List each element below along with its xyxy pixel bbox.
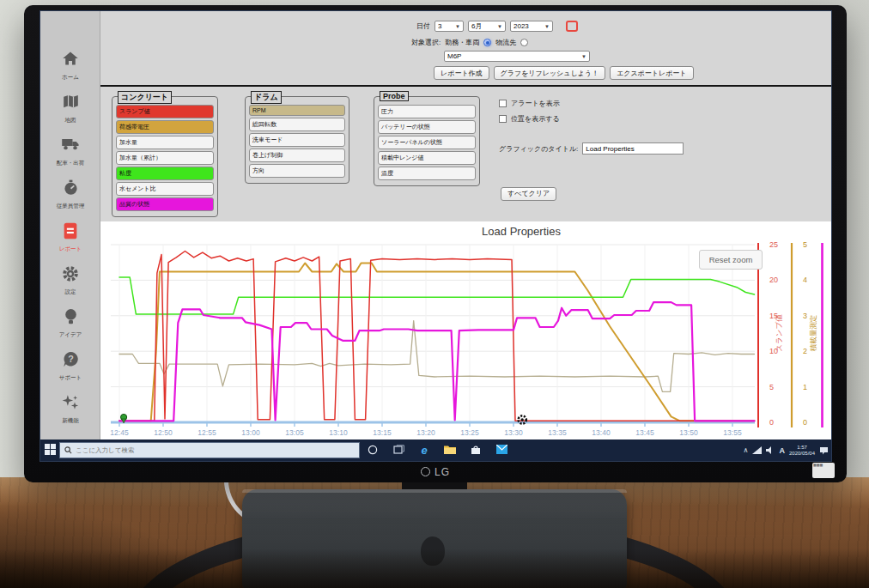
system-tray: ∧ A 1:57 2020/05/04 (744, 439, 829, 461)
svg-text:13:05: 13:05 (285, 428, 304, 437)
parameter-button[interactable]: 水セメント比 (116, 182, 214, 196)
vehicle-select[interactable]: M6P▼ (444, 51, 590, 62)
graph-title-label: グラフィックのタイトル: (499, 144, 578, 154)
filter-radio-selected[interactable] (483, 39, 491, 46)
day-select[interactable]: 3▼ (434, 21, 464, 32)
reset-zoom-button[interactable]: Reset zoom (699, 250, 763, 270)
parameter-button[interactable]: 巻上げ制御 (249, 149, 345, 162)
calendar-icon[interactable] (566, 21, 578, 32)
parameter-button[interactable]: 積載中レンジ値 (378, 151, 476, 165)
panel-title: コンクリート (118, 91, 172, 104)
store-icon[interactable] (463, 445, 489, 457)
svg-text:13:25: 13:25 (460, 428, 479, 437)
photo-scene: ホーム地図配車・出荷従業員管理レポート設定アイデア?サポート新機能 日付 3▼ … (0, 0, 869, 588)
volume-icon[interactable] (766, 446, 775, 454)
filter-label: 対象選択: (411, 38, 441, 47)
parameter-section: コンクリートスランプ値荷感帯電圧加水量加水量（累計）粘度水セメント比品質の状態ド… (100, 88, 831, 221)
taskview-icon[interactable] (386, 445, 411, 457)
parameter-button[interactable]: 洗車モード (249, 133, 345, 147)
parameter-button[interactable]: バッテリーの状態 (378, 120, 476, 134)
checkbox[interactable] (499, 115, 507, 123)
sidebar-item-3[interactable]: 配車・出荷 (40, 136, 100, 176)
monitor-bezel: ホーム地図配車・出荷従業員管理レポート設定アイデア?サポート新機能 日付 3▼ … (24, 5, 847, 482)
svg-text:25: 25 (769, 240, 778, 249)
ime-indicator[interactable]: A (779, 446, 785, 455)
panel-2: ドラムRPM総回転数洗車モード巻上げ制御方向 (245, 96, 349, 184)
sidebar-item-label: 配車・出荷 (40, 160, 100, 167)
svg-text:5: 5 (803, 240, 807, 249)
windows-taskbar: e ∧ A 1:57 2020/05/04 (40, 439, 831, 461)
svg-text:スランプ値: スランプ値 (775, 314, 783, 352)
sidebar-item-2[interactable]: 地図 (40, 94, 100, 133)
search-input[interactable] (76, 446, 333, 454)
edge-icon[interactable]: e (411, 444, 437, 457)
app-main: 日付 3▼ 6月▼ 2023▼ 対象選択: 勤務・車両 物流先 M (100, 11, 831, 439)
sidebar-item-label: レポート (40, 246, 100, 253)
parameter-button[interactable]: ソーラーパネルの状態 (378, 136, 476, 149)
svg-text:13:45: 13:45 (635, 428, 654, 437)
mail-icon[interactable] (489, 445, 514, 456)
parameter-button[interactable]: 加水量（累計） (116, 151, 214, 165)
sidebar-item-8[interactable]: ?サポート (40, 351, 100, 391)
sidebar-item-5[interactable]: レポート (40, 222, 100, 262)
taskbar-search[interactable] (59, 442, 360, 458)
search-icon (64, 446, 72, 454)
sidebar-item-label: 従業員管理 (40, 203, 100, 210)
parameter-button[interactable]: 荷感帯電圧 (116, 120, 214, 134)
svg-text:0: 0 (803, 418, 807, 427)
network-icon[interactable] (752, 446, 762, 454)
month-select[interactable]: 6月▼ (468, 21, 506, 32)
svg-text:13:15: 13:15 (373, 428, 392, 437)
graph-title-input[interactable] (582, 142, 684, 155)
cortana-icon[interactable] (360, 445, 386, 457)
chevron-down-icon: ▼ (455, 24, 460, 29)
monitor-chin: LG (24, 461, 847, 482)
sidebar-item-4[interactable]: 従業員管理 (40, 179, 100, 219)
chevron-down-icon: ▼ (581, 54, 586, 59)
sidebar-item-label: アイデア (40, 331, 100, 339)
parameter-button[interactable]: 圧力 (378, 105, 476, 118)
chevron-down-icon: ▼ (544, 24, 550, 29)
export-report-button[interactable]: エクスポートレポート (610, 66, 694, 80)
parameter-button[interactable]: スランプ値 (116, 105, 214, 118)
sidebar-item-1[interactable]: ホーム (40, 51, 100, 90)
refresh-graph-button[interactable]: グラフをリフレッシュしよう！ (494, 66, 605, 80)
create-report-button[interactable]: レポート作成 (434, 66, 489, 80)
svg-text:2: 2 (803, 347, 807, 355)
option-row: アラートを表示 (499, 99, 684, 108)
sidebar-item-label: 地図 (40, 117, 100, 124)
svg-text:?: ? (68, 354, 74, 364)
bulb-icon (40, 308, 100, 330)
filter-radio-unselected[interactable] (520, 39, 528, 46)
parameter-button[interactable]: 品質の状態 (116, 197, 214, 211)
sidebar-item-label: 設定 (40, 288, 100, 296)
panel-1: コンクリートスランプ値荷感帯電圧加水量加水量（累計）粘度水セメント比品質の状態 (112, 96, 218, 217)
checkbox-label: 位置を表示する (511, 114, 560, 124)
parameter-button[interactable]: 加水量 (116, 136, 214, 149)
start-button[interactable] (40, 443, 59, 458)
parameter-button[interactable]: 粘度 (116, 167, 214, 180)
notification-icon[interactable] (819, 446, 829, 455)
sidebar-item-7[interactable]: アイデア (40, 308, 100, 348)
sparkles-icon (40, 394, 100, 416)
parameter-button[interactable]: 温度 (378, 167, 476, 180)
sidebar-item-9[interactable]: 新機能 (40, 394, 100, 433)
parameter-button[interactable]: 総回転数 (249, 118, 345, 131)
sidebar-item-6[interactable]: 設定 (40, 265, 100, 305)
file-explorer-icon[interactable] (437, 445, 463, 456)
svg-text:20: 20 (769, 276, 778, 284)
top-controls: 日付 3▼ 6月▼ 2023▼ 対象選択: 勤務・車両 物流先 M (100, 11, 831, 87)
svg-text:13:30: 13:30 (504, 428, 523, 437)
tray-chevron-icon[interactable]: ∧ (744, 446, 749, 454)
parameter-button[interactable]: RPM (249, 105, 345, 116)
svg-text:積載量測定: 積載量測定 (809, 315, 817, 353)
taskbar-clock[interactable]: 1:57 2020/05/04 (789, 445, 815, 457)
home-icon (40, 51, 100, 73)
chevron-down-icon: ▼ (497, 24, 502, 29)
truck-icon (40, 136, 100, 159)
parameter-button[interactable]: 方向 (249, 164, 345, 178)
checkbox[interactable] (499, 100, 507, 107)
clear-all-button[interactable]: すべてクリア (501, 187, 556, 201)
year-select[interactable]: 2023▼ (510, 21, 553, 32)
svg-text:0: 0 (769, 418, 774, 427)
